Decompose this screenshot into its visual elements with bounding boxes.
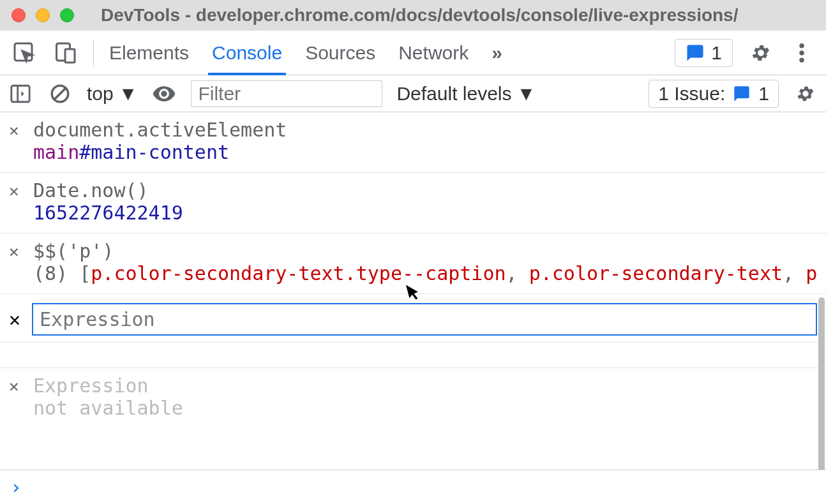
issues-count: 1 — [711, 42, 722, 64]
issues-count: 1 — [758, 83, 769, 105]
tab-network[interactable]: Network — [398, 31, 469, 75]
expression-text[interactable]: Date.now() — [33, 179, 817, 202]
live-expression-row: ✕ Expression not available — [0, 368, 826, 428]
panel-tabs: Elements Console Sources Network » — [109, 31, 502, 75]
svg-point-5 — [799, 57, 804, 63]
expression-input[interactable] — [32, 303, 817, 336]
issues-indicator[interactable]: 1 — [675, 39, 733, 67]
console-toolbar: top ▼ Default levels ▼ 1 Issue: 1 — [0, 75, 826, 112]
traffic-lights — [11, 8, 74, 22]
tab-sources[interactable]: Sources — [305, 31, 375, 75]
spacer — [0, 343, 826, 368]
device-toggle-icon[interactable] — [52, 40, 78, 66]
live-expression-row: ✕ document.activeElement main#main-conte… — [0, 112, 826, 173]
svg-point-4 — [799, 50, 804, 56]
expression-value[interactable]: (8) [p.color-secondary-text.type--captio… — [33, 262, 817, 285]
svg-line-9 — [55, 88, 66, 99]
svg-rect-6 — [11, 85, 29, 102]
context-label: top — [87, 83, 114, 105]
inspect-icon[interactable] — [11, 40, 37, 66]
close-icon[interactable]: ✕ — [9, 179, 22, 202]
titlebar: DevTools - developer.chrome.com/docs/dev… — [0, 0, 826, 31]
divider — [93, 40, 94, 66]
window-title: DevTools - developer.chrome.com/docs/dev… — [101, 5, 738, 26]
close-icon[interactable]: ✕ — [9, 374, 22, 397]
live-expression-row: ✕ Date.now() 1652276422419 — [0, 173, 826, 233]
settings-icon[interactable] — [748, 40, 774, 66]
live-expression-icon[interactable] — [151, 81, 177, 107]
console-settings-icon[interactable] — [793, 81, 818, 107]
console-prompt[interactable]: › — [0, 470, 826, 504]
log-levels-selector[interactable]: Default levels ▼ — [396, 83, 536, 105]
maximize-window-button[interactable] — [60, 8, 74, 22]
levels-label: Default levels — [396, 83, 511, 105]
chevron-down-icon: ▼ — [119, 83, 138, 105]
expression-value: not available — [33, 397, 817, 419]
tab-console[interactable]: Console — [212, 31, 282, 75]
expression-text[interactable]: $$('p') — [33, 240, 817, 262]
expression-value[interactable]: 1652276422419 — [33, 202, 817, 224]
close-icon[interactable]: ✕ — [9, 308, 20, 330]
close-icon[interactable]: ✕ — [9, 240, 22, 263]
tab-elements[interactable]: Elements — [109, 31, 189, 75]
context-selector[interactable]: top ▼ — [87, 83, 137, 105]
issue-badge-icon — [686, 43, 705, 63]
svg-rect-2 — [65, 49, 75, 63]
expression-text[interactable]: Expression — [33, 374, 817, 397]
issue-badge-icon — [733, 85, 751, 103]
chevron-down-icon: ▼ — [517, 83, 536, 105]
svg-point-3 — [799, 43, 804, 48]
prompt-chevron-icon: › — [10, 476, 22, 498]
expression-text[interactable]: document.activeElement — [33, 119, 817, 141]
sidebar-toggle-icon[interactable] — [8, 81, 33, 107]
issues-text: 1 Issue: — [658, 83, 725, 105]
issues-button[interactable]: 1 Issue: 1 — [649, 80, 779, 108]
expression-value[interactable]: main#main-content — [33, 141, 817, 163]
scrollbar[interactable] — [818, 297, 825, 470]
more-tabs-button[interactable]: » — [492, 31, 502, 75]
main-toolbar: Elements Console Sources Network » 1 — [0, 31, 826, 75]
close-icon[interactable]: ✕ — [9, 119, 22, 142]
more-menu-icon[interactable] — [789, 40, 815, 66]
filter-input[interactable] — [191, 80, 382, 107]
clear-console-icon[interactable] — [47, 81, 73, 107]
minimize-window-button[interactable] — [36, 8, 50, 22]
close-window-button[interactable] — [11, 8, 26, 22]
